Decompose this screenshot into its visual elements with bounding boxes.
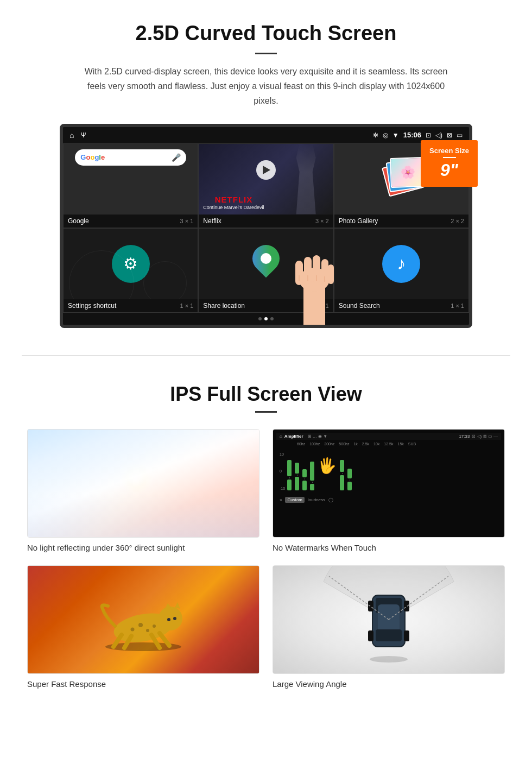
netflix-play-button[interactable] bbox=[256, 160, 276, 180]
netflix-size: 3 × 2 bbox=[315, 218, 329, 224]
play-triangle bbox=[263, 166, 270, 174]
feature-sunlight-label: No light reflecting under 360° direct su… bbox=[27, 543, 259, 552]
cheetah-image bbox=[28, 566, 259, 673]
amp-home-icon: ⌂ bbox=[280, 434, 282, 439]
ips-title-divider bbox=[255, 411, 277, 413]
loudness-label: loudness bbox=[308, 497, 325, 502]
google-label-row: Google 3 × 1 bbox=[64, 215, 198, 228]
cheetah-container bbox=[28, 566, 259, 673]
settings-cell-inner: ⚙ bbox=[64, 229, 198, 299]
title-divider bbox=[255, 53, 277, 54]
netflix-cell-inner: NETFLIX Continue Marvel's Daredevil bbox=[199, 144, 333, 215]
feature-sunlight: No light reflecting under 360° direct su… bbox=[27, 429, 259, 552]
volume-icon: ◁) bbox=[435, 131, 442, 139]
status-bar: ⌂ Ψ ✻ ◎ ▼ 15:06 ⊡ ◁) ⊠ ▭ bbox=[63, 127, 469, 143]
custom-button[interactable]: Custom bbox=[285, 497, 305, 503]
amp-icons: ⊞ … ◉ ▼ bbox=[308, 434, 328, 439]
svg-point-21 bbox=[173, 617, 176, 620]
eq-sliders-area: 10 0 -10 bbox=[276, 447, 501, 496]
google-logo: Google bbox=[80, 153, 105, 161]
google-size: 3 × 1 bbox=[180, 218, 194, 224]
eq-y-axis: 10 0 -10 bbox=[280, 452, 285, 490]
cheetah-svg bbox=[89, 587, 198, 652]
ips-title: IPS Full Screen View bbox=[27, 383, 505, 406]
feature-watermark-image: ⌂ Amplifier ⊞ … ◉ ▼ 17:33 ⊡ ◁) ⊠ ▭ — 60h… bbox=[273, 429, 505, 538]
netflix-label: Netflix bbox=[203, 217, 221, 225]
close-icon: ⊠ bbox=[447, 131, 452, 139]
netflix-label-area: NETFLIX Continue Marvel's Daredevil bbox=[203, 195, 264, 210]
curved-section: 2.5D Curved Touch Screen With 2.5D curve… bbox=[0, 0, 532, 339]
svg-rect-28 bbox=[378, 604, 400, 633]
amp-status-icons: ⊡ ◁) ⊠ ▭ — bbox=[472, 434, 498, 439]
feature-viewing-angle-label: Large Viewing Angle bbox=[273, 679, 505, 689]
dot-3 bbox=[270, 317, 274, 320]
svg-rect-32 bbox=[368, 630, 373, 641]
maps-pin bbox=[247, 239, 286, 277]
badge-divider bbox=[443, 157, 456, 158]
share-label-row: Share location 1 × 1 bbox=[199, 299, 333, 312]
badge-title: Screen Size bbox=[429, 147, 469, 155]
screen-size-badge: Screen Size 9" bbox=[421, 140, 478, 187]
amp-time: 17:33 bbox=[459, 434, 470, 439]
section-divider-line bbox=[22, 355, 510, 356]
bluetooth-icon: ✻ bbox=[373, 131, 378, 139]
feature-fast-response: Super Fast Response bbox=[27, 565, 259, 689]
app-cell-settings[interactable]: ⚙ Settings shortcut 1 × 1 bbox=[63, 228, 198, 313]
status-time: 15:06 bbox=[403, 131, 421, 139]
sound-search-cell-inner: ♪ bbox=[334, 229, 468, 299]
amp-header: ⌂ Amplifier ⊞ … ◉ ▼ 17:33 ⊡ ◁) ⊠ ▭ — bbox=[276, 433, 501, 440]
sound-size: 1 × 1 bbox=[451, 302, 464, 309]
svg-point-19 bbox=[153, 624, 156, 628]
feature-fast-response-image bbox=[27, 565, 259, 674]
eq-bar-group bbox=[340, 452, 344, 490]
hand-on-eq: 🖐 bbox=[318, 457, 337, 475]
feature-grid: No light reflecting under 360° direct su… bbox=[27, 429, 505, 689]
netflix-label-row: Netflix 3 × 2 bbox=[199, 215, 333, 228]
sound-label-row: Sound Search 1 × 1 bbox=[334, 299, 468, 312]
svg-marker-15 bbox=[175, 602, 180, 609]
svg-rect-31 bbox=[404, 601, 409, 611]
status-bar-left: ⌂ Ψ bbox=[69, 131, 86, 140]
svg-rect-29 bbox=[376, 629, 402, 641]
feature-watermark: ⌂ Amplifier ⊞ … ◉ ▼ 17:33 ⊡ ◁) ⊠ ▭ — 60h… bbox=[273, 429, 505, 552]
bg-circle-1 bbox=[69, 250, 134, 299]
amplifier-image: ⌂ Amplifier ⊞ … ◉ ▼ 17:33 ⊡ ◁) ⊠ ▭ — 60h… bbox=[273, 430, 504, 537]
app-cell-google[interactable]: Google 🎤 Google 3 × 1 bbox=[63, 143, 198, 228]
app-grid-bottom: ⚙ Settings shortcut 1 × 1 bbox=[63, 228, 469, 313]
app-grid-top: Google 🎤 Google 3 × 1 bbox=[63, 143, 469, 228]
wifi-icon: ▼ bbox=[392, 131, 399, 139]
usb-icon: Ψ bbox=[80, 131, 86, 139]
google-cell-inner: Google 🎤 bbox=[64, 144, 198, 215]
settings-label: Settings shortcut bbox=[68, 302, 116, 310]
bg-circle-2 bbox=[143, 261, 187, 299]
google-search-bar[interactable]: Google 🎤 bbox=[75, 149, 186, 166]
curved-description: With 2.5D curved-display screen, this de… bbox=[76, 64, 456, 109]
svg-point-13 bbox=[159, 607, 182, 630]
gallery-label-row: Photo Gallery 2 × 2 bbox=[334, 215, 468, 228]
eq-bar-group bbox=[295, 452, 299, 490]
share-label: Share location bbox=[203, 302, 245, 310]
camera-icon: ⊡ bbox=[426, 131, 431, 139]
ips-section: IPS Full Screen View No light reflecting… bbox=[0, 372, 532, 710]
share-size: 1 × 1 bbox=[315, 302, 329, 309]
dot-2 bbox=[264, 317, 268, 320]
eq-bar-group bbox=[347, 452, 352, 490]
app-cell-sound-search[interactable]: ♪ Sound Search 1 × 1 bbox=[334, 228, 469, 313]
app-cell-share-location[interactable]: Share location 1 × 1 bbox=[198, 228, 333, 313]
gallery-label: Photo Gallery bbox=[339, 217, 378, 225]
settings-size: 1 × 1 bbox=[180, 302, 194, 309]
bg-circles bbox=[64, 229, 198, 299]
amp-title: Amplifier bbox=[284, 434, 303, 439]
pagination-dots bbox=[63, 313, 469, 325]
svg-point-18 bbox=[131, 627, 135, 631]
feature-sunlight-image bbox=[27, 429, 259, 538]
feature-fast-response-label: Super Fast Response bbox=[27, 679, 259, 689]
curved-title: 2.5D Curved Touch Screen bbox=[33, 22, 499, 45]
netflix-subtitle: Continue Marvel's Daredevil bbox=[203, 205, 264, 210]
app-cell-netflix[interactable]: NETFLIX Continue Marvel's Daredevil Netf… bbox=[198, 143, 333, 228]
photo-stack: 🌸 bbox=[379, 157, 423, 201]
svg-point-16 bbox=[138, 623, 143, 627]
google-label: Google bbox=[68, 217, 89, 225]
window-icon: ▭ bbox=[457, 131, 463, 139]
sound-label: Sound Search bbox=[339, 302, 380, 310]
